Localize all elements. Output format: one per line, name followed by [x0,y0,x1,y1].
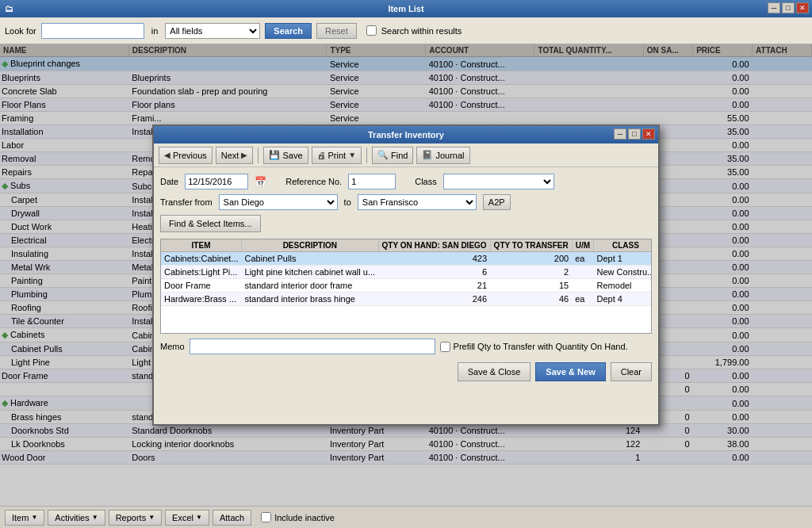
modal-cell-qty-hand: 6 [378,266,490,279]
modal-cell-desc: standard interior brass hinge [242,293,379,306]
previous-button[interactable]: ◀ Previous [159,147,213,164]
save-icon: 💾 [269,150,280,160]
search-within-checkbox[interactable] [366,25,377,36]
item-list-table-area: NAME DESCRIPTION TYPE ACCOUNT TOTAL QUAN… [0,44,812,506]
print-dropdown-icon: ▼ [348,151,356,159]
close-button[interactable]: ✕ [796,2,809,13]
to-label: to [344,197,351,207]
modal-title-bar: Transfer Inventory ─ □ ✕ [154,126,658,143]
include-inactive-label: Include inactive [274,513,335,522]
date-label: Date [160,177,178,186]
modal-table-row[interactable]: Cabinets:Light Pi... Light pine kitchen … [161,266,652,279]
restore-button[interactable]: □ [782,2,795,13]
modal-table-row[interactable]: Door Frame standard interior door frame … [161,279,652,293]
modal-cell-qty-hand: 246 [378,293,490,306]
transfer-to-select[interactable]: San Fransisco [358,194,477,210]
minimize-button[interactable]: ─ [768,2,780,13]
activities-button[interactable]: Activities ▼ [48,510,105,526]
app-icon: 🗂 [5,2,13,15]
item-button[interactable]: Item ▼ [5,510,44,526]
item-dropdown-icon: ▼ [31,514,37,521]
calendar-icon[interactable]: 📅 [255,176,266,187]
action-row: Save & Close Save & New Clear [160,359,652,385]
date-input[interactable] [185,174,248,189]
modal-cell-class: Dept 4 [594,293,652,306]
search-button[interactable]: Search [265,23,312,39]
attach-button[interactable]: Attach [213,510,251,526]
find-label: Find [391,151,408,160]
field-select[interactable]: All fields [165,23,260,39]
modal-toolbar: ◀ Previous Next ▶ 💾 Save 🖨 Print [154,143,658,167]
include-inactive-checkbox[interactable] [261,512,271,522]
toolbar-separator [258,147,259,163]
print-button[interactable]: 🖨 Print ▼ [312,147,362,164]
excel-button[interactable]: Excel ▼ [165,510,209,526]
activities-label: Activities [55,513,89,522]
modal-cell-item: Door Frame [161,279,242,293]
look-for-label: Look for [5,26,36,36]
modal-cell-qty-transfer: 200 [490,252,572,266]
previous-arrow-icon: ◀ [164,151,170,159]
modal-window-controls[interactable]: ─ □ ✕ [614,128,655,140]
excel-dropdown-icon: ▼ [196,514,202,521]
modal-cell-um: ea [572,252,593,266]
journal-icon: 📓 [422,150,433,160]
search-input[interactable] [41,23,144,39]
clear-button[interactable]: Clear [611,362,652,381]
save-close-button[interactable]: Save & Close [458,362,531,381]
toolbar: Look for in All fields Search Reset Sear… [0,17,812,44]
journal-button[interactable]: 📓 Journal [416,147,469,164]
a2p-button[interactable]: A2P [483,194,511,210]
class-select[interactable] [443,174,554,189]
memo-row: Memo Prefill Qty to Transfer with Quanti… [160,339,652,354]
modal-cell-desc: standard interior door frame [242,279,379,293]
prefill-checkbox[interactable] [440,342,450,352]
modal-cell-qty-hand: 423 [378,252,490,266]
modal-table-row[interactable]: Hardware:Brass ... standard interior bra… [161,293,652,306]
bottom-bar: Item ▼ Activities ▼ Reports ▼ Excel ▼ At… [0,506,812,528]
form-row-date: Date 📅 Reference No. Class [160,174,652,189]
print-icon: 🖨 [317,151,326,160]
window-controls[interactable]: ─ □ ✕ [768,2,809,13]
reset-button[interactable]: Reset [316,23,357,39]
modal-cell-desc: Cabinet Pulls [242,252,379,266]
transfer-from-select[interactable]: San Diego [219,194,338,210]
refno-input[interactable] [348,174,396,189]
modal-cell-item: Hardware:Brass ... [161,293,242,306]
next-button[interactable]: Next ▶ [216,147,254,164]
toolbar-separator2 [366,147,367,163]
modal-table-wrapper: ITEM DESCRIPTION QTY ON HAND: SAN DIEGO … [160,239,652,334]
modal-cell-qty-transfer: 15 [490,279,572,293]
save-toolbar-button[interactable]: 💾 Save [263,147,308,164]
modal-table-row[interactable]: Cabinets:Cabinet... Cabinet Pulls 423 20… [161,252,652,266]
modal-table-header: ITEM DESCRIPTION QTY ON HAND: SAN DIEGO … [161,239,652,252]
find-button[interactable]: 🔍 Find [372,147,413,164]
reports-button[interactable]: Reports ▼ [109,510,162,526]
modal-restore-button[interactable]: □ [628,128,641,140]
main-container: Look for in All fields Search Reset Sear… [0,17,812,528]
modal-cell-qty-hand: 21 [378,279,490,293]
prefill-check: Prefill Qty to Transfer with Quantity On… [440,342,628,352]
modal-cell-um [572,266,593,279]
previous-label: Previous [173,151,207,160]
modal-cell-qty-transfer: 2 [490,266,572,279]
title-bar: 🗂 Item List ─ □ ✕ [0,0,812,17]
modal-close-button[interactable]: ✕ [642,128,655,140]
modal-table-body: Cabinets:Cabinet... Cabinet Pulls 423 20… [161,252,652,306]
modal-cell-class: New Constru... [594,266,652,279]
class-label: Class [415,177,437,186]
transfer-inventory-modal: Transfer Inventory ─ □ ✕ ◀ Previous Next [152,124,660,426]
save-new-button[interactable]: Save & New [535,362,605,381]
modal-cell-qty-transfer: 46 [490,293,572,306]
modal-col-description: DESCRIPTION [242,239,379,252]
print-label: Print [328,151,347,160]
find-items-button[interactable]: Find & Select Items... [160,215,261,232]
memo-input[interactable] [190,339,435,354]
modal-cell-item: Cabinets:Cabinet... [161,252,242,266]
journal-label: Journal [435,151,464,160]
modal-col-um: U/M [572,239,593,252]
attach-label: Attach [220,513,244,522]
modal-minimize-button[interactable]: ─ [614,128,626,140]
reports-label: Reports [116,513,147,522]
modal-overlay: Transfer Inventory ─ □ ✕ ◀ Previous Next [0,44,812,506]
